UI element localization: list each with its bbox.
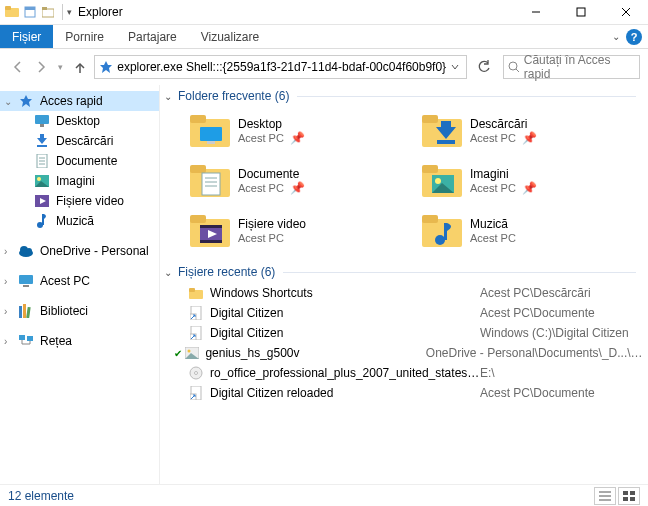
folder-downloads[interactable]: Descărcări Acest PC📌 <box>420 109 648 153</box>
minimize-button[interactable] <box>513 0 558 25</box>
svg-rect-37 <box>26 307 31 318</box>
ribbon-expand-icon[interactable]: ⌄ <box>612 31 620 42</box>
file-path: Acest PC\Documente <box>480 386 595 400</box>
documents-folder-icon <box>188 161 232 201</box>
nav-music[interactable]: Muzică <box>0 211 159 231</box>
nav-downloads[interactable]: Descărcări <box>0 131 159 151</box>
nav-label: Descărcări <box>56 134 113 148</box>
folders-grid: Desktop Acest PC📌 Descărcări Acest PC📌 <box>164 105 648 261</box>
forward-button[interactable] <box>32 55 52 79</box>
recent-file-row[interactable]: Windows Shortcuts Acest PC\Descărcări <box>188 283 648 303</box>
group-recent-files[interactable]: ⌄ Fișiere recente (6) <box>164 261 648 281</box>
folder-name: Documente <box>238 167 305 181</box>
details-view-button[interactable] <box>594 487 616 505</box>
address-text: explorer.exe Shell:::{2559a1f3-21d7-11d4… <box>117 60 446 74</box>
close-button[interactable] <box>603 0 648 25</box>
address-bar[interactable]: explorer.exe Shell:::{2559a1f3-21d7-11d4… <box>94 55 467 79</box>
svg-rect-34 <box>23 285 29 287</box>
maximize-button[interactable] <box>558 0 603 25</box>
chevron-down-icon[interactable]: ⌄ <box>164 267 172 278</box>
recent-file-row[interactable]: Digital Citizen Acest PC\Documente <box>188 303 648 323</box>
help-icon[interactable]: ? <box>626 29 642 45</box>
address-dropdown-icon[interactable] <box>446 62 464 72</box>
file-name: Digital Citizen <box>210 326 480 340</box>
folder-sub: Acest PC <box>470 232 516 244</box>
nav-label: Desktop <box>56 114 100 128</box>
svg-rect-65 <box>200 225 222 228</box>
download-icon <box>34 133 50 149</box>
nav-label: OneDrive - Personal <box>40 244 149 258</box>
folder-videos[interactable]: Fișiere video Acest PC <box>188 209 416 253</box>
qat-dropdown-icon[interactable]: ▾ <box>67 7 72 17</box>
chevron-right-icon[interactable]: › <box>4 246 7 257</box>
file-name: Windows Shortcuts <box>210 286 480 300</box>
chevron-right-icon[interactable]: › <box>4 306 7 317</box>
svg-rect-58 <box>422 165 438 173</box>
quickaccess-star-icon <box>97 58 115 76</box>
network-icon <box>18 333 34 349</box>
nav-this-pc[interactable]: › Acest PC <box>0 271 159 291</box>
libraries-icon <box>18 303 34 319</box>
folder-name: Desktop <box>238 117 305 131</box>
chevron-down-icon[interactable]: ⌄ <box>164 91 172 102</box>
folder-desktop[interactable]: Desktop Acest PC📌 <box>188 109 416 153</box>
nav-quick-access[interactable]: ⌄ Acces rapid <box>0 91 159 111</box>
folder-sub: Acest PC <box>238 232 284 244</box>
svg-point-60 <box>435 178 441 184</box>
desktop-icon <box>34 113 50 129</box>
nav-label: Acest PC <box>40 274 90 288</box>
svg-rect-52 <box>190 165 206 173</box>
refresh-button[interactable] <box>473 55 495 79</box>
nav-label: Documente <box>56 154 117 168</box>
nav-libraries[interactable]: › Biblioteci <box>0 301 159 321</box>
nav-desktop[interactable]: Desktop <box>0 111 159 131</box>
group-title: Fișiere recente (6) <box>178 265 275 279</box>
svg-point-12 <box>509 62 517 70</box>
recent-file-row[interactable]: Digital Citizen Windows (C:)\Digital Cit… <box>188 323 648 343</box>
nav-documents[interactable]: Documente <box>0 151 159 171</box>
svg-rect-36 <box>23 304 26 318</box>
disc-icon <box>188 365 204 381</box>
folder-music[interactable]: Muzică Acest PC <box>420 209 648 253</box>
music-icon <box>34 213 50 229</box>
folder-sub: Acest PC <box>238 132 284 144</box>
recent-file-row[interactable]: ro_office_professional_plus_2007_united_… <box>188 363 648 383</box>
nav-pictures[interactable]: Imagini <box>0 171 159 191</box>
search-icon <box>508 61 520 73</box>
chevron-down-icon[interactable]: ⌄ <box>4 96 12 107</box>
nav-videos[interactable]: Fișiere video <box>0 191 159 211</box>
recent-file-row[interactable]: ✔ genius_hs_g500v OneDrive - Personal\Do… <box>188 343 648 363</box>
folder-pictures[interactable]: Imagini Acest PC📌 <box>420 159 648 203</box>
shortcut-icon <box>188 325 204 341</box>
tab-share[interactable]: Partajare <box>116 25 189 48</box>
nav-network[interactable]: › Rețea <box>0 331 159 351</box>
recent-locations-button[interactable]: ▾ <box>55 55 66 79</box>
svg-rect-45 <box>200 127 222 141</box>
back-button[interactable] <box>8 55 28 79</box>
file-path: Acest PC\Descărcări <box>480 286 591 300</box>
recent-file-row[interactable]: Digital Citizen reloaded Acest PC\Docume… <box>188 383 648 403</box>
svg-point-79 <box>188 350 191 353</box>
nav-onedrive[interactable]: › OneDrive - Personal <box>0 241 159 261</box>
search-box[interactable]: Căutați în Acces rapid <box>503 55 640 79</box>
file-tab[interactable]: Fișier <box>0 25 53 48</box>
tab-home[interactable]: Pornire <box>53 25 116 48</box>
large-icons-view-button[interactable] <box>618 487 640 505</box>
title-bar: ▾ Explorer <box>0 0 648 25</box>
svg-rect-69 <box>422 215 438 223</box>
group-frequent-folders[interactable]: ⌄ Foldere frecvente (6) <box>164 85 648 105</box>
nav-label: Rețea <box>40 334 72 348</box>
folder-documents[interactable]: Documente Acest PC📌 <box>188 159 416 203</box>
folder-name: Descărcări <box>470 117 537 131</box>
svg-point-82 <box>195 372 198 375</box>
up-button[interactable] <box>71 55 91 79</box>
chevron-right-icon[interactable]: › <box>4 276 7 287</box>
desktop-folder-icon <box>188 111 232 151</box>
tab-view[interactable]: Vizualizare <box>189 25 271 48</box>
nav-label: Biblioteci <box>40 304 88 318</box>
chevron-right-icon[interactable]: › <box>4 336 7 347</box>
svg-rect-90 <box>623 497 628 501</box>
qat-newfolder-icon[interactable] <box>40 4 56 20</box>
pin-icon: 📌 <box>522 131 537 145</box>
qat-properties-icon[interactable] <box>22 4 38 20</box>
